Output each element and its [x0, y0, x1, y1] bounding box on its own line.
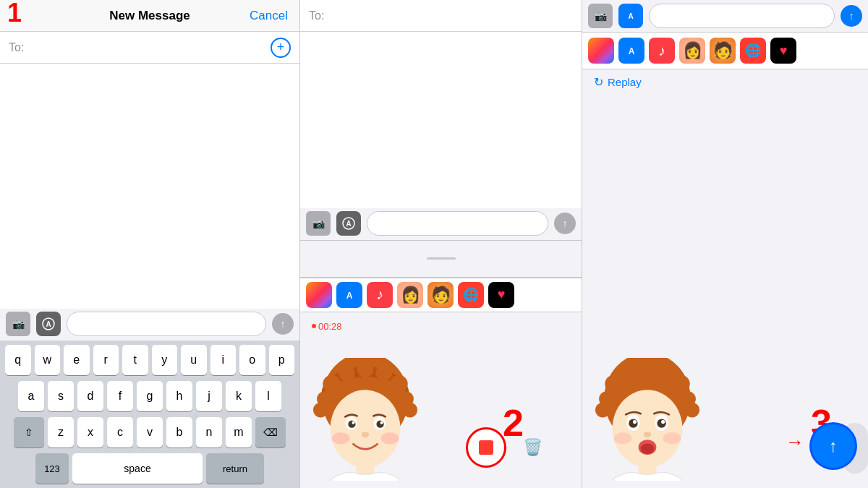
- memoji-app-icon[interactable]: 👩: [397, 282, 423, 308]
- svg-point-35: [658, 364, 674, 381]
- replay-label: Replay: [608, 76, 642, 88]
- to-label: To:: [9, 41, 24, 54]
- svg-point-24: [332, 432, 350, 444]
- key-n[interactable]: n: [196, 417, 222, 448]
- replay-row: ↻ Replay: [582, 69, 868, 95]
- svg-point-50: [641, 443, 655, 453]
- key-u[interactable]: u: [181, 345, 207, 375]
- key-b[interactable]: b: [166, 417, 192, 448]
- key-t[interactable]: t: [122, 345, 148, 375]
- step-3-arrow: →: [786, 431, 804, 453]
- send-message-button[interactable]: ↑: [812, 424, 855, 468]
- mid-message-input[interactable]: [367, 211, 548, 236]
- shift-key[interactable]: ⇧: [14, 417, 44, 448]
- key-row-1: q w e r t y u i o p: [5, 345, 294, 375]
- mid-send-button[interactable]: ↑: [554, 213, 576, 234]
- key-h[interactable]: h: [166, 381, 192, 411]
- svg-point-32: [605, 375, 623, 393]
- delete-recording-button[interactable]: 🗑️: [519, 435, 545, 461]
- svg-point-46: [633, 420, 637, 424]
- mid-message-body: [300, 32, 582, 208]
- key-j[interactable]: j: [196, 381, 222, 411]
- key-o[interactable]: o: [239, 345, 265, 375]
- key-l[interactable]: l: [255, 381, 281, 411]
- message-input-bar[interactable]: [67, 312, 266, 336]
- right-photos-icon[interactable]: [588, 38, 614, 64]
- key-a[interactable]: a: [18, 381, 44, 411]
- appstore-icon: A: [42, 317, 55, 330]
- replay-button[interactable]: ↻ Replay: [594, 75, 642, 89]
- app-store-icon-button[interactable]: A: [36, 312, 61, 336]
- right-message-input[interactable]: [649, 4, 835, 28]
- key-v[interactable]: v: [137, 417, 163, 448]
- key-z[interactable]: z: [48, 417, 74, 448]
- key-q[interactable]: q: [5, 345, 31, 375]
- right-music-icon[interactable]: ♪: [649, 38, 675, 64]
- svg-text:A: A: [46, 320, 51, 328]
- svg-point-19: [348, 421, 355, 428]
- step-1-number: 1: [7, 0, 22, 26]
- to-field: To: +: [0, 32, 299, 64]
- memoji-smiling: [307, 358, 423, 481]
- key-s[interactable]: s: [48, 381, 74, 411]
- right-memoji-icon[interactable]: 👩: [679, 38, 705, 64]
- send-up-icon: ↑: [281, 318, 286, 330]
- key-x[interactable]: x: [77, 417, 103, 448]
- key-i[interactable]: i: [210, 345, 237, 375]
- to-input[interactable]: [27, 41, 271, 54]
- key-e[interactable]: e: [64, 345, 90, 375]
- key-c[interactable]: c: [107, 417, 133, 448]
- key-d[interactable]: d: [77, 381, 103, 411]
- right-store-icon[interactable]: A: [618, 38, 644, 64]
- memoji2-app-icon[interactable]: 🧑: [427, 282, 454, 308]
- send-button-inactive[interactable]: ↑: [272, 313, 294, 335]
- key-row-4: 123 space return: [5, 453, 294, 484]
- right-memoji-svg: 👩: [683, 41, 702, 60]
- svg-text:A: A: [346, 220, 351, 228]
- camera-icon-button[interactable]: 📷: [6, 312, 30, 336]
- num-key[interactable]: 123: [35, 453, 69, 484]
- key-y[interactable]: y: [152, 345, 178, 375]
- mid-app-button[interactable]: A: [336, 211, 361, 236]
- right-heart-icon[interactable]: ♥: [770, 38, 796, 64]
- key-r[interactable]: r: [93, 345, 119, 375]
- heart-app-icon[interactable]: ♥: [488, 282, 514, 308]
- message-body: [0, 64, 299, 309]
- stop-square-icon: [479, 440, 493, 455]
- cancel-button[interactable]: Cancel: [250, 9, 288, 23]
- key-k[interactable]: k: [226, 381, 252, 411]
- right-globe-icon[interactable]: 🌐: [740, 38, 766, 64]
- svg-point-41: [613, 390, 683, 467]
- svg-point-25: [381, 432, 399, 444]
- key-w[interactable]: w: [35, 345, 61, 375]
- right-memoji2-icon[interactable]: 🧑: [710, 38, 736, 64]
- photos-app-icon[interactable]: [306, 282, 332, 308]
- svg-point-34: [639, 361, 656, 377]
- music-app-icon[interactable]: ♪: [367, 282, 393, 308]
- add-contact-button[interactable]: +: [271, 38, 291, 58]
- scroll-handle: [427, 257, 456, 260]
- replay-refresh-icon: ↻: [594, 75, 603, 89]
- stop-record-button[interactable]: [466, 427, 506, 468]
- svg-point-44: [629, 419, 637, 427]
- globe-app-icon[interactable]: 🌐: [458, 282, 484, 308]
- right-panel: 📷 A ↑ A ♪ 👩 🧑 🌐: [582, 0, 868, 488]
- trash-icon: 🗑️: [523, 438, 542, 457]
- mid-camera-button[interactable]: 📷: [306, 211, 331, 236]
- space-key[interactable]: space: [72, 453, 203, 484]
- appstore-app-icon[interactable]: A: [336, 282, 362, 308]
- right-store-svg: A: [624, 43, 639, 59]
- svg-point-51: [614, 432, 632, 444]
- return-key[interactable]: return: [206, 453, 264, 484]
- right-camera-button[interactable]: 📷: [588, 4, 613, 28]
- right-music-svg: ♪: [658, 43, 665, 59]
- key-g[interactable]: g: [137, 381, 163, 411]
- delete-key[interactable]: ⌫: [255, 417, 286, 448]
- svg-text:A: A: [628, 12, 633, 20]
- key-m[interactable]: m: [226, 417, 252, 448]
- right-send-button-active[interactable]: ↑: [841, 5, 862, 27]
- right-globe-svg: 🌐: [745, 43, 761, 59]
- key-f[interactable]: f: [107, 381, 133, 411]
- key-p[interactable]: p: [269, 345, 295, 375]
- right-app-button[interactable]: A: [618, 4, 643, 28]
